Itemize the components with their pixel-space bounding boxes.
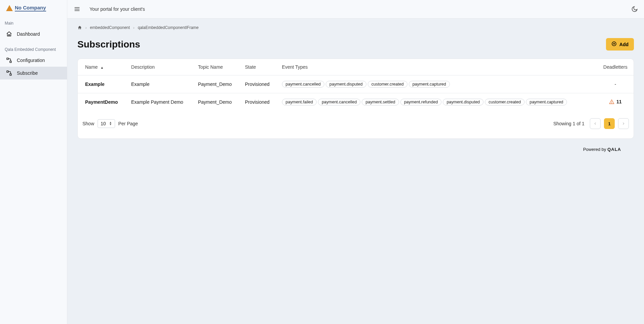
sort-asc-icon: ▲ — [100, 66, 104, 69]
logo-mark-icon — [6, 5, 13, 11]
sidebar-section-main: Main — [0, 14, 67, 28]
pagination-info: Showing 1 of 1 — [553, 121, 584, 126]
svg-rect-0 — [7, 58, 8, 60]
select-arrows-icon: ▲▼ — [109, 122, 112, 126]
cell-topic: Payment_Demo — [193, 93, 240, 111]
event-type-chip: payment.cancelled — [318, 99, 360, 105]
menu-toggle-icon[interactable] — [73, 5, 81, 13]
sidebar-item-subscribe[interactable]: Subscribe — [0, 67, 67, 79]
event-type-chip: payment.captured — [526, 99, 567, 105]
event-type-chip: payment.disputed — [326, 81, 366, 88]
chevron-right-icon: › — [133, 26, 134, 30]
home-icon — [6, 31, 12, 37]
event-type-chip: payment.failed — [282, 99, 317, 105]
column-state[interactable]: State — [240, 59, 277, 75]
breadcrumb: › embeddedComponent › qalaEmbeddedCompon… — [77, 25, 634, 30]
sidebar-item-label: Dashboard — [17, 31, 40, 37]
pagination-next-button[interactable] — [618, 118, 629, 129]
subscriptions-table: Name ▲ Description Topic Name State Even… — [78, 59, 634, 111]
subscriptions-card: Name ▲ Description Topic Name State Even… — [77, 59, 634, 139]
workflow-icon — [6, 70, 12, 76]
sidebar: No Company Main Dashboard Qala Embedded … — [0, 0, 67, 324]
column-event-types[interactable]: Event Types — [277, 59, 597, 75]
event-type-chip: payment.settled — [362, 99, 399, 105]
table-footer: Show 10 ▲▼ Per Page Showing 1 of 1 1 — [78, 111, 634, 138]
deadletter-warning: 11 — [609, 99, 622, 104]
svg-point-11 — [612, 102, 612, 103]
plus-circle-icon — [611, 41, 617, 47]
event-type-chip: payment.refunded — [400, 99, 442, 105]
svg-rect-3 — [10, 74, 11, 75]
column-description[interactable]: Description — [127, 59, 193, 75]
topbar-title: Your portal for your client's — [90, 6, 145, 12]
logo-text: No Company — [15, 5, 46, 11]
sidebar-item-dashboard[interactable]: Dashboard — [0, 28, 67, 40]
breadcrumb-home-icon[interactable] — [77, 25, 82, 30]
add-button-label: Add — [619, 42, 629, 47]
page-header: Subscriptions Add — [77, 38, 634, 51]
cell-topic: Payment_Demo — [193, 75, 240, 93]
topbar: Your portal for your client's — [67, 0, 644, 19]
event-type-chip: payment.cancelled — [282, 81, 324, 88]
main: › embeddedComponent › qalaEmbeddedCompon… — [67, 19, 644, 324]
cell-deadletters: 11 — [597, 93, 634, 111]
workflow-icon — [6, 57, 12, 63]
column-name[interactable]: Name ▲ — [78, 59, 127, 75]
table-row[interactable]: ExampleExamplePayment_DemoProvisionedpay… — [78, 75, 634, 93]
pagination-page-1[interactable]: 1 — [604, 118, 615, 129]
event-type-chip: payment.disputed — [443, 99, 484, 105]
column-topic[interactable]: Topic Name — [193, 59, 240, 75]
cell-state: Provisioned — [240, 93, 277, 111]
table-row[interactable]: PaymentDemoExample Payment DemoPayment_D… — [78, 93, 634, 111]
content-area: Your portal for your client's › embedded… — [67, 0, 644, 324]
logo: No Company — [0, 0, 67, 14]
breadcrumb-item[interactable]: embeddedComponent — [90, 25, 130, 30]
cell-event-types: payment.cancelledpayment.disputedcustome… — [277, 75, 597, 93]
cell-state: Provisioned — [240, 75, 277, 93]
event-type-chip: customer.created — [368, 81, 407, 88]
page-size-value: 10 — [101, 121, 106, 126]
sidebar-section-qala: Qala Embedded Component — [0, 40, 67, 54]
cell-name: Example — [78, 75, 127, 93]
page-size-select[interactable]: 10 ▲▼ — [98, 119, 115, 128]
brand-name: QALA — [607, 147, 621, 152]
sidebar-item-label: Subscribe — [17, 70, 38, 76]
sidebar-item-label: Configuration — [17, 58, 45, 63]
page-title: Subscriptions — [77, 39, 140, 50]
column-deadletters[interactable]: Deadletters — [597, 59, 634, 75]
cell-description: Example — [127, 75, 193, 93]
cell-event-types: payment.failedpayment.cancelledpayment.s… — [277, 93, 597, 111]
event-type-chip: customer.created — [485, 99, 525, 105]
moon-icon[interactable] — [631, 6, 638, 12]
breadcrumb-item[interactable]: qalaEmbeddedComponentIFrame — [138, 25, 199, 30]
cell-description: Example Payment Demo — [127, 93, 193, 111]
cell-name: PaymentDemo — [78, 93, 127, 111]
sidebar-item-configuration[interactable]: Configuration — [0, 54, 67, 67]
per-page-label: Per Page — [118, 121, 138, 126]
add-button[interactable]: Add — [606, 38, 634, 51]
svg-rect-2 — [7, 71, 8, 72]
event-type-chip: payment.captured — [409, 81, 450, 88]
chevron-right-icon: › — [85, 26, 86, 30]
pagination-prev-button[interactable] — [590, 118, 601, 129]
cell-deadletters: - — [597, 75, 634, 93]
powered-by: Powered by QALA — [77, 139, 634, 157]
svg-rect-1 — [10, 61, 11, 63]
alert-triangle-icon — [609, 99, 614, 104]
show-label: Show — [82, 121, 94, 126]
